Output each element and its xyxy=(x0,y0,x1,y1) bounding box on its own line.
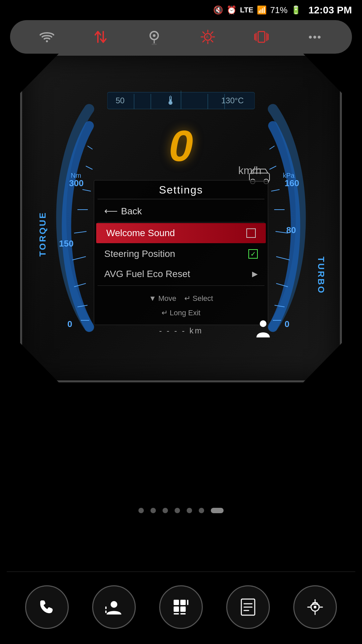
tools-button[interactable] xyxy=(293,585,337,629)
settings-menu: Settings ⟵ Back Welcome Sound xyxy=(94,180,268,325)
back-arrow-icon: ⟵ xyxy=(104,206,118,217)
svg-rect-68 xyxy=(174,613,179,614)
page-dot-5[interactable] xyxy=(187,508,192,513)
page-dot-4[interactable] xyxy=(175,508,180,513)
svg-point-3 xyxy=(152,43,157,45)
page-dot-1[interactable] xyxy=(138,508,144,513)
location-icon[interactable] xyxy=(142,25,166,49)
welcome-sound-label: Welcome Sound xyxy=(106,228,175,238)
page-dot-2[interactable] xyxy=(150,508,156,513)
alarm-icon: ⏰ xyxy=(227,5,237,15)
menu-item-welcome-sound[interactable]: Welcome Sound xyxy=(96,223,266,243)
bottom-navigation xyxy=(0,577,362,637)
center-display: 50 🌡 130°C 0 km/h xyxy=(84,80,278,356)
menu-item-steering-position[interactable]: Steering Position ✓ xyxy=(94,244,268,264)
vibrate-icon[interactable] xyxy=(250,25,273,49)
contacts-button[interactable] xyxy=(92,585,136,629)
dashboard-container: 300 150 0 Nm TORQUE 160 80 xyxy=(17,34,345,402)
speed-value: 0 xyxy=(169,124,193,168)
svg-point-75 xyxy=(314,606,316,608)
svg-text:300: 300 xyxy=(69,178,83,188)
controls-hint-exit: ↵ Long Exit xyxy=(94,307,268,319)
svg-rect-63 xyxy=(174,600,179,605)
svg-rect-65 xyxy=(187,600,188,605)
svg-text:🌡: 🌡 xyxy=(165,94,177,107)
phone-button[interactable] xyxy=(25,585,69,629)
svg-text:150: 150 xyxy=(59,238,73,249)
bottom-divider xyxy=(7,572,355,572)
svg-text:0: 0 xyxy=(285,319,289,329)
svg-point-60 xyxy=(111,601,117,608)
speed-section: 0 km/h xyxy=(84,124,278,177)
svg-rect-61 xyxy=(105,606,107,609)
svg-line-10 xyxy=(211,40,213,42)
svg-line-36 xyxy=(276,257,290,260)
status-bar: 🔇 ⏰ LTE 📶 71% 🔋 12:03 PM xyxy=(0,0,362,20)
battery-icon: 🔋 xyxy=(291,5,301,15)
time-display: 12:03 PM xyxy=(308,4,352,16)
status-icons: 🔇 ⏰ LTE 📶 71% 🔋 12:03 PM xyxy=(213,4,352,16)
svg-point-0 xyxy=(46,40,48,42)
svg-line-9 xyxy=(203,32,204,34)
welcome-sound-checkbox[interactable] xyxy=(246,228,256,238)
svg-text:TURBO: TURBO xyxy=(316,257,326,294)
svg-line-12 xyxy=(203,40,204,42)
svg-point-59 xyxy=(260,320,266,327)
svg-rect-67 xyxy=(180,606,186,612)
menu-item-back[interactable]: ⟵ Back xyxy=(94,201,268,221)
svg-rect-64 xyxy=(180,600,186,605)
signal-bars: 📶 xyxy=(257,5,267,15)
svg-text:A: A xyxy=(206,35,208,39)
person-icon xyxy=(255,319,272,343)
arrow-right-icon: ▶ xyxy=(252,270,258,278)
quick-settings-bar: A ••• xyxy=(10,20,352,54)
steering-position-label: Steering Position xyxy=(104,249,175,259)
lte-icon: LTE xyxy=(240,6,253,14)
avg-fuel-label: AVG Fuel Eco Reset xyxy=(104,269,190,279)
apps-button[interactable] xyxy=(159,585,203,629)
page-dot-6[interactable] xyxy=(199,508,204,513)
back-label: Back xyxy=(121,206,142,217)
temperature-section: 50 🌡 130°C xyxy=(84,80,278,121)
more-options-icon[interactable]: ••• xyxy=(303,25,327,49)
speed-unit: km/h xyxy=(238,164,261,177)
svg-rect-62 xyxy=(105,610,107,613)
svg-text:80: 80 xyxy=(286,225,296,235)
page-dot-3[interactable] xyxy=(163,508,168,513)
svg-rect-66 xyxy=(174,606,179,612)
odometer-row: - - - - km xyxy=(84,326,278,335)
svg-text:kPa: kPa xyxy=(283,172,295,179)
mute-icon: 🔇 xyxy=(213,5,223,15)
svg-line-11 xyxy=(211,32,213,34)
menu-item-avg-fuel[interactable]: AVG Fuel Eco Reset ▶ xyxy=(94,264,268,284)
svg-text:50: 50 xyxy=(116,96,125,105)
settings-title: Settings xyxy=(94,184,268,196)
svg-text:TORQUE: TORQUE xyxy=(38,211,48,257)
svg-text:160: 160 xyxy=(285,178,299,188)
wifi-icon[interactable] xyxy=(35,25,59,49)
controls-hint-move-select: ▼ Move ↵ Select xyxy=(94,292,268,304)
transfer-icon[interactable] xyxy=(89,25,112,49)
svg-text:Nm: Nm xyxy=(71,172,81,179)
battery-text: 71% xyxy=(270,5,288,15)
brightness-icon[interactable]: A xyxy=(196,25,220,49)
svg-text:0: 0 xyxy=(67,319,72,329)
notes-button[interactable] xyxy=(226,585,270,629)
svg-rect-69 xyxy=(180,613,186,614)
page-dot-7-active[interactable] xyxy=(211,508,224,513)
dashboard-display: 300 150 0 Nm TORQUE 160 80 xyxy=(20,54,342,382)
steering-position-checkbox[interactable]: ✓ xyxy=(248,249,258,259)
temp-gauge-bar: 50 🌡 130°C xyxy=(107,87,255,114)
page-indicator xyxy=(0,508,362,513)
odometer-display: - - - - km xyxy=(159,326,203,335)
svg-point-2 xyxy=(153,34,156,37)
svg-rect-14 xyxy=(258,32,265,42)
